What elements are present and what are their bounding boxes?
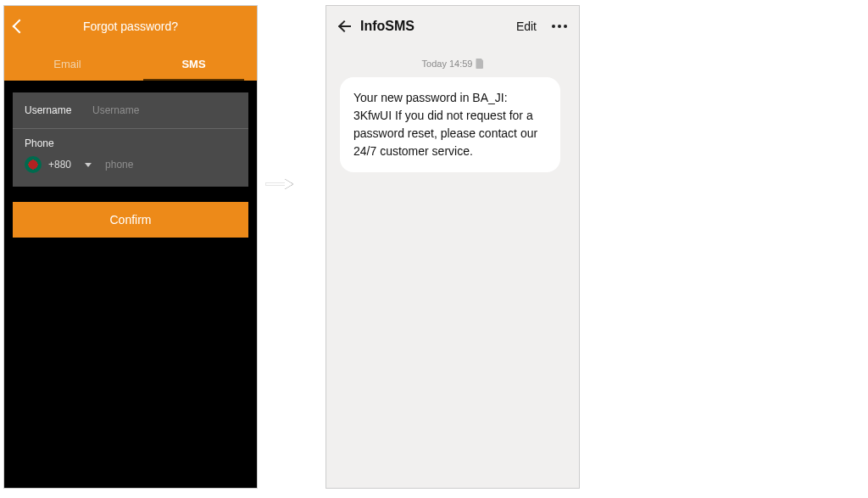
sms-inbox-screen: InfoSMS Edit Today 14:59 Your new passwo… — [326, 5, 580, 489]
forgot-form: Username Phone +880 — [13, 92, 248, 187]
back-arrow-icon[interactable] — [338, 20, 352, 33]
sms-timestamp-row: Today 14:59 — [326, 47, 579, 74]
phone-input[interactable] — [105, 159, 236, 171]
chevron-down-icon[interactable] — [85, 163, 92, 167]
sms-sender-title: InfoSMS — [360, 19, 508, 34]
page-title: Forgot password? — [4, 20, 257, 33]
phone-row: +880 — [13, 149, 248, 173]
forgot-password-screen: Forgot password? Email SMS Username Phon… — [3, 5, 258, 489]
flow-arrow-icon — [266, 183, 300, 185]
username-row: Username — [13, 92, 248, 129]
tab-email[interactable]: Email — [4, 47, 131, 81]
username-input[interactable] — [92, 104, 236, 116]
sms-timestamp: Today 14:59 — [422, 59, 473, 69]
confirm-button[interactable]: Confirm — [13, 202, 248, 238]
flag-bangladesh-icon[interactable] — [25, 156, 42, 173]
auth-method-tabs: Email SMS — [4, 47, 257, 81]
tab-sms[interactable]: SMS — [131, 47, 257, 81]
sms-header: InfoSMS Edit — [326, 6, 579, 47]
more-options-icon[interactable] — [552, 25, 567, 28]
edit-button[interactable]: Edit — [516, 20, 537, 33]
dial-code: +880 — [48, 159, 71, 171]
sms-message-bubble: Your new password in BA_JI: 3KfwUI If yo… — [340, 77, 560, 172]
phone-label: Phone — [13, 129, 248, 149]
sim-card-icon — [476, 59, 483, 69]
forgot-header: Forgot password? — [4, 6, 257, 47]
username-label: Username — [25, 104, 92, 116]
